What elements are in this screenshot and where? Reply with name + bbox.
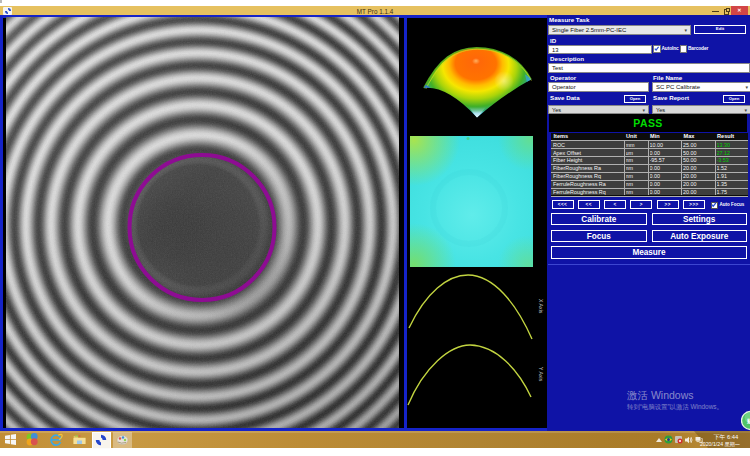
svg-text:X Axis: X Axis <box>538 299 544 314</box>
svg-text:贴: 贴 <box>746 418 750 425</box>
svg-text:Y Axis: Y Axis <box>538 367 544 382</box>
